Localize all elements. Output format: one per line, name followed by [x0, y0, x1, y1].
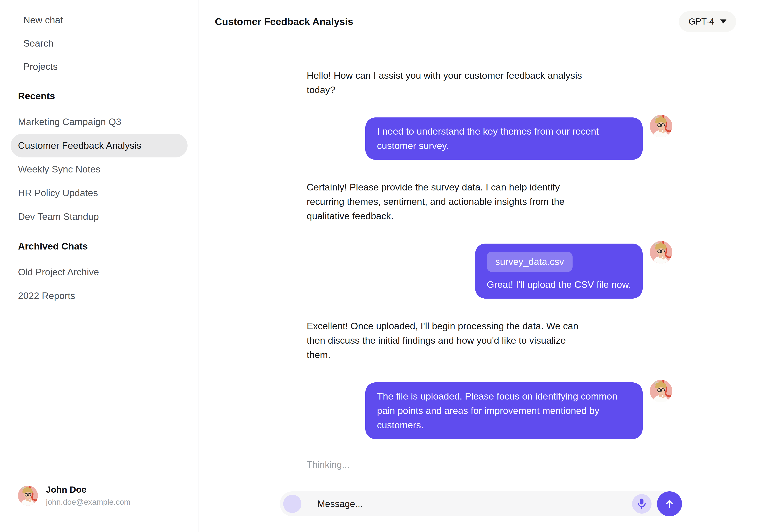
chevron-down-icon [720, 20, 726, 24]
user-profile[interactable]: John Doe john.doe@example.com [18, 485, 131, 506]
sidebar-item-customer-feedback-analysis[interactable]: Customer Feedback Analysis [11, 134, 188, 157]
archived-chats-header: Archived Chats [0, 235, 198, 257]
search-button[interactable]: Search [0, 32, 198, 55]
send-button[interactable] [657, 492, 682, 516]
sidebar-nav: New chat Search Projects [0, 0, 198, 78]
user-meta: John Doe john.doe@example.com [46, 485, 131, 506]
assistant-message: Certainly! Please provide the survey dat… [307, 180, 586, 223]
user-message-row: survey_data.csv Great! I'll upload the C… [307, 244, 672, 299]
user-avatar [650, 115, 672, 137]
user-name: John Doe [46, 485, 131, 495]
user-avatar [650, 380, 672, 402]
user-message-text: Great! I'll upload the CSV file now. [487, 277, 631, 292]
recents-header: Recents [0, 85, 198, 107]
user-message-row: I need to understand the key themes from… [307, 117, 672, 160]
user-email: john.doe@example.com [46, 498, 131, 506]
user-message-text: The file is uploaded. Please focus on id… [377, 389, 631, 432]
recents-section: Recents Marketing Campaign Q3 Customer F… [0, 85, 198, 229]
message-input[interactable] [317, 498, 632, 509]
sidebar-item-old-project-archive[interactable]: Old Project Archive [11, 260, 188, 284]
page-title: Customer Feedback Analysis [215, 16, 353, 27]
sidebar-item-marketing-campaign-q3[interactable]: Marketing Campaign Q3 [11, 110, 188, 134]
user-message-bubble: survey_data.csv Great! I'll upload the C… [475, 244, 643, 299]
mic-button[interactable] [632, 494, 651, 514]
projects-button[interactable]: Projects [0, 55, 198, 78]
microphone-icon [637, 498, 647, 510]
model-selector[interactable]: GPT-4 [679, 11, 736, 32]
arrow-up-icon [663, 498, 675, 510]
sidebar-item-2022-reports[interactable]: 2022 Reports [11, 284, 188, 308]
recents-list: Marketing Campaign Q3 Customer Feedback … [0, 110, 198, 229]
main-panel: Customer Feedback Analysis GPT-4 Hello! … [199, 0, 762, 532]
user-message-bubble: The file is uploaded. Please focus on id… [365, 382, 643, 439]
sidebar: New chat Search Projects Recents Marketi… [0, 0, 199, 532]
message-composer [280, 492, 682, 516]
archived-list: Old Project Archive 2022 Reports [0, 260, 198, 308]
user-message-row: The file is uploaded. Please focus on id… [307, 382, 672, 439]
user-avatar [18, 486, 38, 505]
new-chat-button[interactable]: New chat [0, 9, 198, 32]
model-label: GPT-4 [689, 17, 714, 27]
message-list: Hello! How can I assist you with your cu… [199, 43, 762, 470]
assistant-message: Hello! How can I assist you with your cu… [307, 68, 586, 97]
status-thinking: Thinking... [307, 459, 762, 470]
sidebar-item-dev-team-standup[interactable]: Dev Team Standup [11, 205, 188, 229]
attach-button[interactable] [283, 495, 301, 513]
user-avatar [650, 241, 672, 264]
assistant-message: Excellent! Once uploaded, I'll begin pro… [307, 319, 586, 362]
sidebar-item-weekly-sync-notes[interactable]: Weekly Sync Notes [11, 157, 188, 181]
file-attachment-chip[interactable]: survey_data.csv [487, 252, 572, 272]
user-message-bubble: I need to understand the key themes from… [365, 117, 643, 160]
user-message-text: I need to understand the key themes from… [377, 124, 631, 153]
chat-app: New chat Search Projects Recents Marketi… [0, 0, 762, 532]
conversation-header: Customer Feedback Analysis GPT-4 [199, 0, 762, 43]
archived-section: Archived Chats Old Project Archive 2022 … [0, 235, 198, 308]
sidebar-item-hr-policy-updates[interactable]: HR Policy Updates [11, 181, 188, 205]
